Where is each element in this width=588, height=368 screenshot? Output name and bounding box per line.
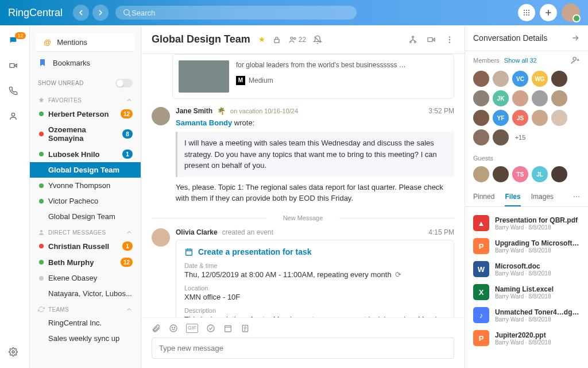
- svg-rect-10: [10, 64, 14, 68]
- unread-badge: 8: [122, 129, 133, 139]
- tab-images[interactable]: Images: [531, 193, 554, 206]
- search-input[interactable]: [131, 9, 350, 17]
- file-name: Naming List.excel: [495, 285, 580, 293]
- link-preview-card[interactable]: for global leaders from the world's best…: [172, 54, 454, 99]
- member-avatar[interactable]: [473, 166, 489, 182]
- file-row[interactable]: ♪Unmatched Toner4…dge.mp4Barry Ward · 8/…: [470, 304, 583, 327]
- rail-contacts-button[interactable]: [9, 112, 21, 124]
- member-avatar[interactable]: [473, 71, 489, 87]
- show-all-link[interactable]: Show all 32: [504, 57, 537, 64]
- member-avatar[interactable]: JS: [512, 110, 528, 126]
- task-icon[interactable]: [206, 324, 215, 333]
- rail-chat-button[interactable]: 12: [9, 36, 21, 48]
- medium-logo-icon: M: [236, 76, 245, 85]
- nav-item[interactable]: Yvonne Thompson: [30, 178, 141, 193]
- gif-icon[interactable]: GIF: [186, 324, 198, 333]
- new-action-button[interactable]: [540, 4, 557, 21]
- nav-item[interactable]: RingCentral Inc.: [30, 315, 141, 331]
- file-row[interactable]: ▲Presentation for QBR.pdfBarry Ward · 8/…: [470, 212, 583, 235]
- mention-name[interactable]: Samanta Bondy: [176, 118, 232, 127]
- svg-point-3: [528, 10, 529, 11]
- file-name: Upgrading To Microsoft.ppt: [495, 239, 580, 247]
- message-input[interactable]: [152, 338, 454, 359]
- file-meta: Barry Ward · 8/8/2018: [495, 247, 580, 254]
- sender-name[interactable]: Jane Smith: [176, 107, 212, 115]
- video-call-icon[interactable]: [427, 35, 436, 44]
- member-avatar[interactable]: [532, 110, 548, 126]
- member-avatar[interactable]: [551, 166, 567, 182]
- profile-avatar[interactable]: [562, 3, 580, 22]
- member-count[interactable]: 22: [288, 35, 306, 44]
- search-bar[interactable]: [115, 6, 357, 20]
- file-row[interactable]: PUpgrading To Microsoft.pptBarry Ward · …: [470, 235, 583, 258]
- member-avatar[interactable]: [551, 110, 567, 126]
- member-avatar[interactable]: JL: [532, 166, 548, 182]
- nav-item[interactable]: Sales weekly sync up: [30, 331, 141, 346]
- member-avatar[interactable]: YF: [493, 110, 509, 126]
- nav-item[interactable]: Lubosek Hnilo1: [30, 146, 141, 162]
- mentions-button[interactable]: @Mentions: [36, 33, 135, 51]
- file-row[interactable]: WMicrosoft.docBarry Ward · 8/8/2018: [470, 258, 583, 281]
- show-unread-toggle[interactable]: [115, 79, 133, 87]
- rail-settings-button[interactable]: [9, 347, 21, 360]
- nav-item[interactable]: Global Design Team: [30, 162, 141, 178]
- svg-point-0: [124, 10, 129, 15]
- emoji-icon[interactable]: [169, 324, 178, 333]
- svg-rect-30: [225, 325, 231, 332]
- nav-forward-button[interactable]: [92, 5, 109, 21]
- rail-video-button[interactable]: [9, 61, 21, 74]
- nav-item[interactable]: Global Design Team: [30, 209, 141, 224]
- member-avatar[interactable]: [532, 90, 548, 106]
- member-avatar[interactable]: [473, 90, 489, 106]
- org-icon[interactable]: [408, 35, 417, 44]
- member-avatar[interactable]: VC: [512, 71, 528, 87]
- favorite-star-icon[interactable]: ★: [258, 35, 265, 44]
- tab-pinned[interactable]: Pinned: [473, 193, 494, 206]
- bell-off-icon[interactable]: [313, 35, 322, 44]
- star-icon: [38, 97, 45, 103]
- member-avatar[interactable]: [473, 129, 489, 145]
- teams-header[interactable]: TEAMS: [30, 301, 141, 315]
- sender-name[interactable]: Olivia Clarke: [176, 228, 218, 236]
- presence-dot: [39, 183, 44, 188]
- event-card[interactable]: Create a presentation for task Date & ti…: [176, 240, 454, 318]
- member-avatar[interactable]: [473, 110, 489, 126]
- nav-item[interactable]: Herbert Peterson12: [30, 106, 141, 122]
- nav-item[interactable]: Ozoemena Somayina8: [30, 122, 141, 146]
- nav-item[interactable]: Victor Pacheco: [30, 193, 141, 209]
- collapse-panel-icon[interactable]: [571, 33, 580, 43]
- dialpad-button[interactable]: [518, 4, 535, 21]
- bookmarks-button[interactable]: Bookmarks: [30, 53, 141, 72]
- overflow-count[interactable]: +15: [512, 129, 528, 145]
- attach-icon[interactable]: [152, 324, 161, 333]
- more-horiz-icon[interactable]: ⋯: [573, 193, 580, 206]
- member-avatar[interactable]: TS: [512, 166, 528, 182]
- nav-item[interactable]: Beth Murphy12: [30, 254, 141, 270]
- member-avatar[interactable]: JK: [493, 90, 509, 106]
- nav-item[interactable]: Ekene Obasey: [30, 270, 141, 286]
- rail-phone-button[interactable]: [9, 86, 21, 99]
- tab-files[interactable]: Files: [505, 193, 520, 206]
- favorites-header[interactable]: FAVORITES: [30, 92, 141, 106]
- nav-item[interactable]: Christian Russell1: [30, 238, 141, 254]
- file-row[interactable]: XNaming List.excelBarry Ward · 8/8/2018: [470, 281, 583, 304]
- calendar-icon[interactable]: [223, 324, 233, 333]
- sender-avatar[interactable]: [152, 107, 170, 125]
- member-avatar[interactable]: [551, 90, 567, 106]
- note-icon[interactable]: [241, 324, 250, 333]
- nav-back-button[interactable]: [73, 5, 89, 21]
- member-avatar[interactable]: [551, 71, 567, 87]
- add-member-icon[interactable]: [571, 56, 580, 65]
- dm-header[interactable]: DIRECT MESSAGES: [30, 224, 141, 238]
- member-avatar[interactable]: [512, 90, 528, 106]
- event-desc-label: Description: [184, 307, 446, 314]
- member-avatar[interactable]: [493, 129, 509, 145]
- member-avatar[interactable]: [493, 166, 509, 182]
- svg-point-8: [526, 14, 527, 16]
- more-vert-icon[interactable]: [445, 35, 454, 44]
- file-row[interactable]: PJupiter2020.pptBarry Ward · 8/8/2018: [470, 327, 583, 350]
- sender-avatar[interactable]: [152, 228, 170, 247]
- member-avatar[interactable]: WG: [532, 71, 548, 87]
- member-avatar[interactable]: [493, 71, 509, 87]
- nav-item[interactable]: Natayara, Victor, Lubos...: [30, 286, 141, 301]
